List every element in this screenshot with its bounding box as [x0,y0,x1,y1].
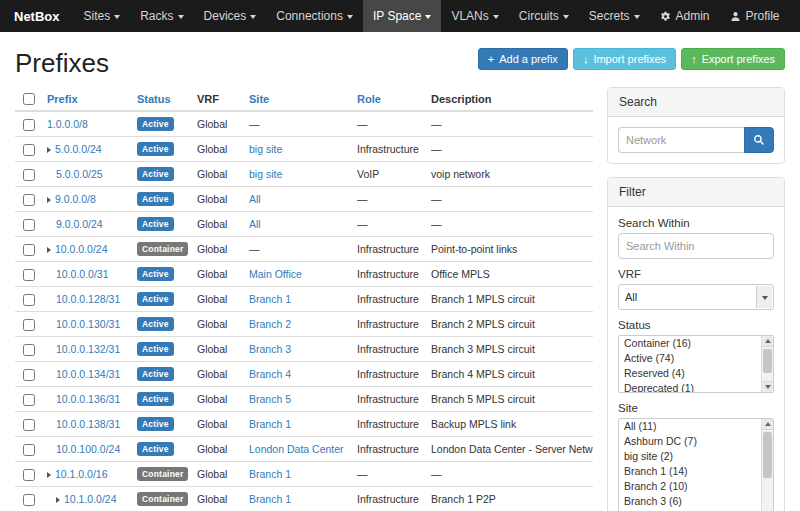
scroll-down-button[interactable] [762,381,773,392]
scroll-up-button[interactable] [762,419,773,430]
filter-option[interactable]: Active (74) [619,351,773,366]
filter-option[interactable]: big site (2) [619,449,773,464]
row-checkbox[interactable] [23,194,35,206]
nav-item-secrets[interactable]: Secrets [579,0,650,32]
site-cell: — [243,111,351,137]
row-checkbox[interactable] [23,144,35,156]
filter-option[interactable]: Branch 2 (10) [619,479,773,494]
prefix-link[interactable]: 9.0.0.0/8 [55,193,96,205]
nav-item-connections[interactable]: Connections [266,0,363,32]
nav-item-circuits[interactable]: Circuits [509,0,579,32]
row-checkbox[interactable] [23,469,35,481]
filter-option[interactable]: Deprecated (1) [619,381,773,393]
prefix-link[interactable]: 10.0.100.0/24 [56,443,120,455]
site-link[interactable]: London Data Center [249,443,344,455]
nav-item-sites[interactable]: Sites [74,0,131,32]
site-link[interactable]: Branch 1 [249,418,291,430]
row-checkbox[interactable] [23,494,35,506]
column-header-site[interactable]: Site [243,87,351,111]
row-checkbox[interactable] [23,269,35,281]
prefix-link[interactable]: 10.0.0.136/31 [56,393,120,405]
row-checkbox[interactable] [23,119,35,131]
row-checkbox[interactable] [23,219,35,231]
filter-option[interactable]: Container (16) [619,336,773,351]
prefix-link[interactable]: 1.0.0.0/8 [47,118,88,130]
prefix-link[interactable]: 10.1.0.0/24 [64,493,117,505]
nav-item-label: Connections [276,9,343,23]
scroll-thumb[interactable] [763,432,772,478]
status-cell: Active [131,137,191,162]
prefix-link[interactable]: 9.0.0.0/24 [56,218,103,230]
search-button[interactable] [744,127,774,153]
nav-item-vlans[interactable]: VLANs [441,0,508,32]
description-cell: Office MPLS [425,262,593,287]
prefix-link[interactable]: 10.0.0.130/31 [56,318,120,330]
role-cell: — [351,111,425,137]
site-link[interactable]: All [249,193,261,205]
prefix-link[interactable]: 5.0.0.0/24 [55,143,102,155]
filter-option[interactable]: All (11) [619,419,773,434]
search-input[interactable] [618,127,744,153]
prefix-link[interactable]: 10.0.0.134/31 [56,368,120,380]
site-link[interactable]: Main Office [249,268,302,280]
site-link[interactable]: Branch 5 [249,393,291,405]
import-prefixes-button[interactable]: ↓ Import prefixes [573,48,676,70]
site-link[interactable]: big site [249,168,282,180]
site-link[interactable]: Branch 2 [249,318,291,330]
export-prefixes-button[interactable]: ↑ Export prefixes [681,48,785,70]
role-cell: — [351,187,425,212]
status-cell: Active [131,162,191,187]
row-checkbox[interactable] [23,244,35,256]
vrf-select[interactable]: All [618,284,774,310]
column-header-status[interactable]: Status [131,87,191,111]
site-link[interactable]: Branch 1 [249,468,291,480]
row-checkbox[interactable] [23,319,35,331]
row-checkbox[interactable] [23,444,35,456]
prefix-link[interactable]: 5.0.0.0/25 [56,168,103,180]
site-link[interactable]: big site [249,143,282,155]
site-cell: — [243,237,351,262]
filter-option[interactable]: Branch 1 (14) [619,464,773,479]
netbox-logo[interactable]: NetBox [0,0,74,32]
row-checkbox[interactable] [23,369,35,381]
scroll-thumb[interactable] [763,349,772,373]
prefix-link[interactable]: 10.0.0.0/31 [56,268,109,280]
row-checkbox[interactable] [23,294,35,306]
column-header-role[interactable]: Role [351,87,425,111]
nav-item-racks[interactable]: Racks [130,0,193,32]
prefix-link[interactable]: 10.0.0.138/31 [56,418,120,430]
scroll-up-button[interactable] [762,336,773,347]
nav-item-label: Profile [746,9,780,23]
prefix-link[interactable]: 10.1.0.0/16 [55,468,108,480]
filter-option[interactable]: Reserved (4) [619,366,773,381]
add-prefix-button[interactable]: + Add a prefix [478,48,568,70]
prefix-link[interactable]: 10.0.0.128/31 [56,293,120,305]
row-checkbox[interactable] [23,419,35,431]
nav-item-devices[interactable]: Devices [194,0,267,32]
row-checkbox[interactable] [23,169,35,181]
select-all-header [15,87,41,111]
column-header-prefix[interactable]: Prefix [41,87,131,111]
nav-item-log-out[interactable]: Log out [790,0,800,32]
filter-panel: Filter Search Within VRF All Status Cont… [607,177,785,511]
site-link[interactable]: Branch 4 [249,368,291,380]
site-link[interactable]: Branch 1 [249,493,291,505]
row-checkbox[interactable] [23,394,35,406]
table-row: 9.0.0.0/24ActiveGlobalAll—— [15,212,593,237]
nav-item-profile[interactable]: Profile [720,0,790,32]
site-link[interactable]: Branch 1 [249,293,291,305]
status-badge: Active [137,117,174,131]
site-link[interactable]: Branch 3 [249,343,291,355]
select-all-checkbox[interactable] [23,93,35,105]
nav-item-ip-space[interactable]: IP Space [363,0,441,32]
search-within-input[interactable] [618,233,774,259]
prefix-link[interactable]: 10.0.0.0/24 [55,243,108,255]
filter-option[interactable]: Branch 3 (6) [619,494,773,509]
site-link[interactable]: All [249,218,261,230]
prefix-link[interactable]: 10.0.0.132/31 [56,343,120,355]
search-icon [753,134,765,146]
nav-item-admin[interactable]: Admin [650,0,720,32]
filter-option[interactable]: Ashburn DC (7) [619,434,773,449]
status-cell: Container [131,462,191,487]
row-checkbox[interactable] [23,344,35,356]
